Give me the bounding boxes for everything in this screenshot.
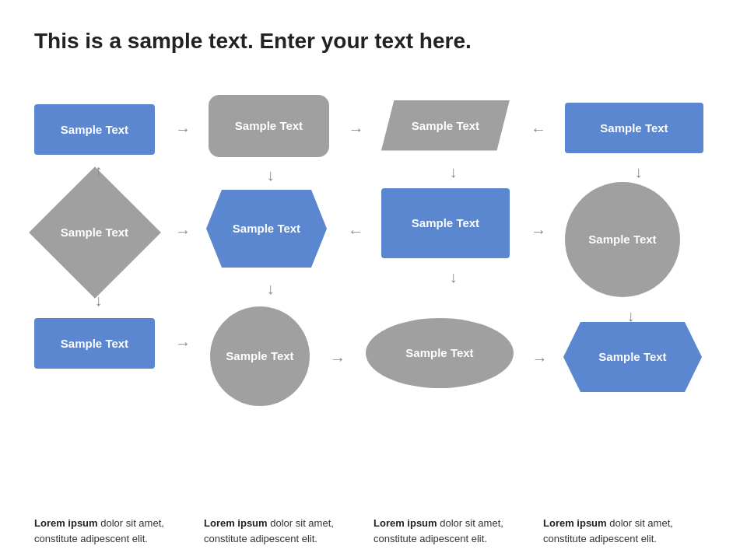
diagram-area: Sample Text → Sample Text → Sample Text … xyxy=(0,73,747,400)
shape-r2-c2: Sample Text xyxy=(206,190,327,268)
footer-bold-4: Lorem ipsum xyxy=(543,517,607,529)
arrow-r1-c1c2: → xyxy=(160,116,206,143)
footer-col-2: Lorem ipsum dolor sit amet, constitute a… xyxy=(204,516,374,546)
arrow-r2r3-c1: ↓ xyxy=(89,287,108,314)
arrow-r3-c3c4: → xyxy=(518,345,561,373)
footer-col-1: Lorem ipsum dolor sit amet, constitute a… xyxy=(34,516,204,546)
footer-bold-2: Lorem ipsum xyxy=(204,517,268,529)
footer-bold-1: Lorem ipsum xyxy=(34,517,98,529)
shape-r3-c3: Sample Text xyxy=(366,318,514,388)
shape-r1-c2: Sample Text xyxy=(209,95,329,157)
arrow-r2r3-c3: ↓ xyxy=(444,264,463,291)
shape-r3-c4: Sample Text xyxy=(563,322,702,392)
shape-r2-c3: Sample Text xyxy=(381,188,510,258)
arrow-r1r2-c4: ↓ xyxy=(629,157,648,188)
arrow-r3-c2c3: → xyxy=(314,345,361,373)
shape-r2-c1-label: Sample Text xyxy=(61,226,128,239)
shape-r3-c2: Sample Text xyxy=(210,306,310,406)
shape-r1-c4: Sample Text xyxy=(565,103,703,153)
arrow-r1-c4c3: ← xyxy=(515,116,562,143)
arrow-r2r1-c1: ↑ xyxy=(89,157,108,184)
shape-r1-c3: Sample Text xyxy=(381,100,510,151)
footer-bold-3: Lorem ipsum xyxy=(374,517,437,529)
arrow-r2-c3c2: ← xyxy=(333,218,378,245)
arrow-r1-c2c3: → xyxy=(335,116,377,143)
arrow-r2-c1c2: → xyxy=(160,218,206,245)
shape-r1-c1: Sample Text xyxy=(34,104,155,155)
arrow-r1r2-c3: ↓ xyxy=(444,155,463,190)
shape-r3-c1: Sample Text xyxy=(34,318,155,369)
arrow-r3-c1c2: → xyxy=(160,330,206,357)
shape-r2-c1-wrap: Sample Text xyxy=(34,182,155,283)
arrow-r1r2-c2: ↓ xyxy=(261,160,280,191)
footer: Lorem ipsum dolor sit amet, constitute a… xyxy=(0,516,747,560)
arrow-r2r3-c2: ↓ xyxy=(261,275,280,303)
shape-r2-c4: Sample Text xyxy=(565,182,680,297)
footer-col-4: Lorem ipsum dolor sit amet, constitute a… xyxy=(543,516,713,546)
footer-col-3: Lorem ipsum dolor sit amet, constitute a… xyxy=(374,516,543,546)
page-title: This is a sample text. Enter your text h… xyxy=(0,0,747,73)
arrow-r2-c3c4: → xyxy=(515,218,562,245)
